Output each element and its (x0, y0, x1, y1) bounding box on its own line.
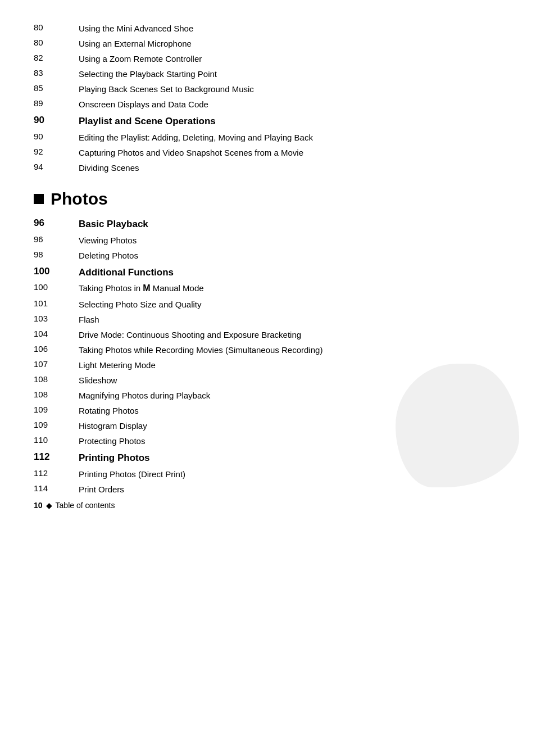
entry-text: Onscreen Displays and Data Code (79, 98, 208, 110)
list-item: 98 Deleting Photos (34, 250, 502, 261)
entry-text: Print Orders (79, 483, 124, 495)
section-header-additional: 100 Additional Functions (34, 266, 502, 279)
page-number: 96 (34, 218, 79, 229)
list-item: 80 Using an External Microphone (34, 38, 502, 49)
page-number: 85 (34, 83, 79, 93)
list-item: 89 Onscreen Displays and Data Code (34, 98, 502, 110)
section-title: Playlist and Scene Operations (79, 115, 216, 128)
page-number: 80 (34, 38, 79, 47)
basic-playback-section-group: 96 Basic Playback 96 Viewing Photos 98 D… (34, 218, 502, 261)
page-number: 107 (34, 359, 79, 369)
list-item: 112 Printing Photos (Direct Print) (34, 468, 502, 480)
list-item: 80 Using the Mini Advanced Shoe (34, 22, 502, 34)
entry-text: Capturing Photos and Video Snapshot Scen… (79, 147, 303, 159)
section-title: Additional Functions (79, 266, 174, 279)
entry-text: Viewing Photos (79, 234, 137, 246)
playlist-sub-entries: 90 Editing the Playlist: Adding, Deletin… (34, 132, 502, 174)
page-number: 100 (34, 282, 79, 292)
entry-text: Histogram Display (79, 420, 147, 432)
list-item: 108 Slideshow (34, 374, 502, 386)
page-number: 92 (34, 147, 79, 156)
page-number: 104 (34, 329, 79, 338)
entry-text: Dividing Scenes (79, 162, 139, 174)
footer-label: Table of contents (56, 501, 115, 510)
list-item: 83 Selecting the Playback Starting Point (34, 68, 502, 80)
entry-text: Light Metering Mode (79, 359, 156, 371)
page-number: 110 (34, 435, 79, 445)
page-number: 100 (34, 266, 79, 277)
list-item: 114 Print Orders (34, 483, 502, 495)
bold-m-letter: M (143, 283, 150, 293)
top-entries-group: 80 Using the Mini Advanced Shoe 80 Using… (34, 22, 502, 110)
page-number: 83 (34, 68, 79, 78)
footer-bullet-icon: ◆ (46, 501, 52, 510)
photos-section-heading: Photos (34, 189, 502, 209)
page-number: 90 (34, 115, 79, 126)
section-header-basic-playback: 96 Basic Playback (34, 218, 502, 231)
page-number: 82 (34, 53, 79, 62)
list-item: 103 Flash (34, 314, 502, 325)
section-title: Basic Playback (79, 218, 148, 231)
section-header-playlist: 90 Playlist and Scene Operations (34, 115, 502, 128)
additional-functions-section-group: 100 Additional Functions 100 Taking Phot… (34, 266, 502, 447)
list-item: 82 Using a Zoom Remote Controller (34, 53, 502, 65)
entry-text: Using the Mini Advanced Shoe (79, 22, 193, 34)
page-number: 96 (34, 234, 79, 244)
page-number: 94 (34, 162, 79, 171)
entry-text: Selecting Photo Size and Quality (79, 298, 201, 310)
entry-text: Rotating Photos (79, 405, 139, 417)
page-number: 101 (34, 298, 79, 308)
list-item: 94 Dividing Scenes (34, 162, 502, 174)
page-number: 109 (34, 420, 79, 429)
playlist-section-group: 90 Playlist and Scene Operations 90 Edit… (34, 115, 502, 174)
basic-playback-sub-entries: 96 Viewing Photos 98 Deleting Photos (34, 234, 502, 261)
list-item: 90 Editing the Playlist: Adding, Deletin… (34, 132, 502, 143)
list-item: 101 Selecting Photo Size and Quality (34, 298, 502, 310)
page-number: 109 (34, 405, 79, 414)
page-number: 103 (34, 314, 79, 323)
entry-text: Printing Photos (Direct Print) (79, 468, 185, 480)
page-number: 106 (34, 344, 79, 354)
section-title: Printing Photos (79, 451, 150, 465)
entry-text: Taking Photos while Recording Movies (Si… (79, 344, 322, 356)
entry-text: Protecting Photos (79, 435, 145, 447)
list-item: 109 Histogram Display (34, 420, 502, 432)
list-item: 85 Playing Back Scenes Set to Background… (34, 83, 502, 95)
page-number: 112 (34, 451, 79, 463)
list-item: 107 Light Metering Mode (34, 359, 502, 371)
entry-text: Taking Photos in M Manual Mode (79, 282, 204, 295)
printing-section-group: 112 Printing Photos 112 Printing Photos … (34, 451, 502, 495)
footer: 10 ◆ Table of contents (34, 501, 115, 510)
printing-sub-entries: 112 Printing Photos (Direct Print) 114 P… (34, 468, 502, 495)
list-item: 110 Protecting Photos (34, 435, 502, 447)
list-item: 104 Drive Mode: Continuous Shooting and … (34, 329, 502, 341)
photos-title: Photos (51, 189, 108, 209)
additional-sub-entries: 100 Taking Photos in M Manual Mode 101 S… (34, 282, 502, 446)
entry-text: Flash (79, 314, 99, 325)
entry-text: Using a Zoom Remote Controller (79, 53, 202, 65)
entry-text: Editing the Playlist: Adding, Deleting, … (79, 132, 313, 143)
page-number: 108 (34, 390, 79, 399)
entry-text: Drive Mode: Continuous Shooting and Expo… (79, 329, 301, 341)
entry-text: Magnifying Photos during Playback (79, 390, 210, 401)
entry-text: Playing Back Scenes Set to Background Mu… (79, 83, 254, 95)
page-number: 98 (34, 250, 79, 259)
section-square-icon (34, 194, 44, 204)
list-item: 96 Viewing Photos (34, 234, 502, 246)
list-item: 108 Magnifying Photos during Playback (34, 390, 502, 401)
page-number: 108 (34, 374, 79, 384)
page-number: 90 (34, 132, 79, 141)
entry-text: Using an External Microphone (79, 38, 192, 49)
list-item: 100 Taking Photos in M Manual Mode (34, 282, 502, 295)
entry-text: Selecting the Playback Starting Point (79, 68, 217, 80)
page-number: 114 (34, 483, 79, 493)
entry-text: Slideshow (79, 374, 117, 386)
entry-text: Deleting Photos (79, 250, 138, 261)
list-item: 109 Rotating Photos (34, 405, 502, 417)
list-item: 106 Taking Photos while Recording Movies… (34, 344, 502, 356)
page-number: 80 (34, 22, 79, 32)
page-number: 89 (34, 98, 79, 108)
page-number: 112 (34, 468, 79, 478)
list-item: 92 Capturing Photos and Video Snapshot S… (34, 147, 502, 159)
section-header-printing: 112 Printing Photos (34, 451, 502, 465)
